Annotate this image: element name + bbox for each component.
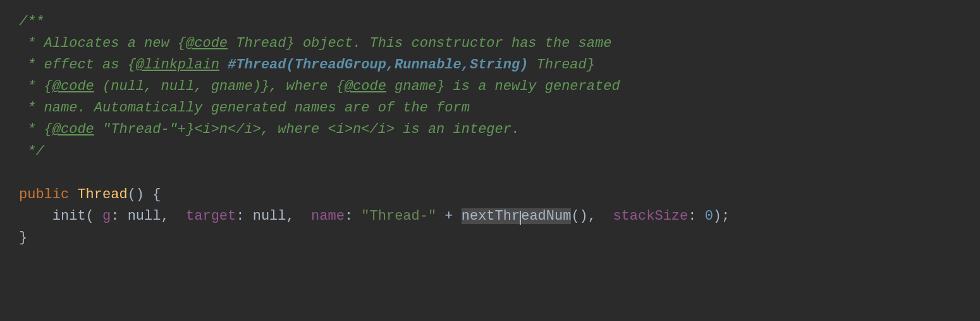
line-null: * {@code (null, null, gname)}, where {@c… <box>19 76 961 98</box>
line-blank <box>19 163 961 184</box>
line-comment-start: /** <box>19 11 961 33</box>
line-allocates: * Allocates a new {@code Thread} object.… <box>19 33 961 54</box>
line-thread-form: * {@code "Thread-"+}<i>n</i>, where <i>n… <box>19 119 961 141</box>
code-editor: /** * Allocates a new {@code Thread} obj… <box>0 0 980 321</box>
line-comment-end: */ <box>19 141 961 163</box>
line-public-thread: public Thread() { <box>19 184 961 206</box>
line-close-brace: } <box>19 227 961 249</box>
line-effect: * effect as {@linkplain #Thread(ThreadGr… <box>19 54 961 76</box>
line-init-call: init( g: null, target: null, name: "Thre… <box>19 206 961 227</box>
line-name: * name. Automatically generated names ar… <box>19 98 961 119</box>
